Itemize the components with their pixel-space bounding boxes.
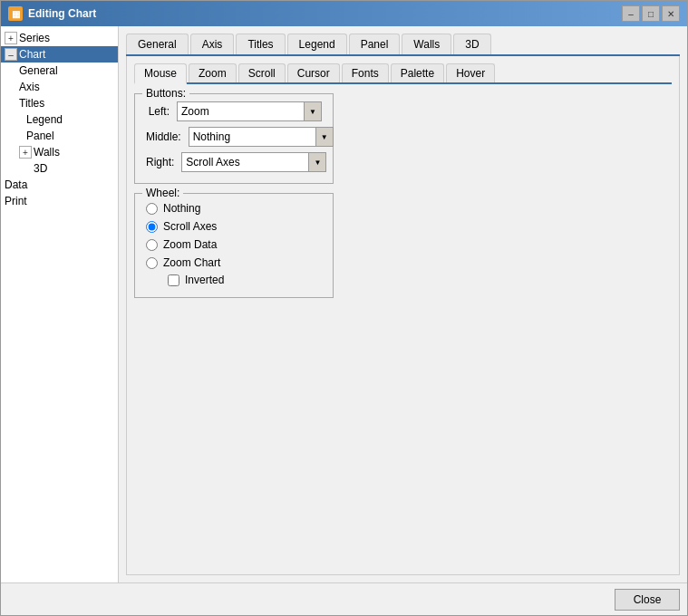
main-tab-content: Mouse Zoom Scroll Cursor Fonts Palette H… [126, 56, 680, 575]
tree-item-3d[interactable]: 3D [1, 160, 118, 177]
content-panel: General Axis Titles Legend Panel Walls 3… [119, 26, 687, 582]
radio-nothing-row: Nothing [146, 201, 322, 216]
middle-label: Middle: [146, 130, 181, 143]
radio-zoom-chart[interactable] [146, 257, 158, 269]
tree-item-chart[interactable]: – Chart [1, 46, 118, 63]
sub-tab-scroll[interactable]: Scroll [238, 63, 286, 82]
radio-scroll-axes-label[interactable]: Scroll Axes [163, 220, 217, 233]
tree-label-panel: Panel [26, 130, 54, 142]
tree-item-walls[interactable]: + Walls [1, 144, 118, 160]
radio-nothing-label[interactable]: Nothing [163, 202, 200, 215]
tab-legend[interactable]: Legend [287, 34, 347, 54]
sub-tab-fonts[interactable]: Fonts [342, 63, 389, 82]
tree-label-print: Print [5, 195, 27, 207]
tree-item-print[interactable]: Print [1, 193, 118, 209]
left-select[interactable]: Zoom Nothing Scroll Axes Zoom Data Zoom … [177, 101, 322, 121]
tree-label-series: Series [19, 32, 50, 44]
main-window: ▦ Editing Chart – □ ✕ + Series – Chart G… [0, 0, 688, 616]
close-window-button[interactable]: ✕ [662, 5, 680, 22]
sub-tab-palette[interactable]: Palette [391, 63, 444, 82]
bottom-bar: Close [1, 582, 687, 615]
mouse-tab-content: Buttons: Left: Zoom Nothing Scroll Axes … [134, 93, 672, 298]
tree-label-titles: Titles [19, 97, 44, 110]
tree-label-data: Data [5, 178, 27, 191]
middle-field-row: Middle: Nothing Zoom Scroll Axes Zoom Da… [146, 127, 322, 147]
sub-tab-zoom[interactable]: Zoom [189, 63, 237, 82]
window-title: Editing Chart [28, 7, 622, 20]
main-tab-bar: General Axis Titles Legend Panel Walls 3… [126, 34, 680, 56]
inverted-checkbox[interactable] [168, 274, 179, 286]
tree-label-chart: Chart [19, 48, 45, 61]
tab-general[interactable]: General [126, 34, 189, 54]
right-select[interactable]: Scroll Axes Nothing Zoom Zoom Data Zoom … [181, 152, 326, 172]
radio-zoom-data[interactable] [146, 239, 158, 251]
sub-tab-hover[interactable]: Hover [446, 63, 495, 82]
sub-tab-cursor[interactable]: Cursor [287, 63, 340, 82]
right-field-row: Right: Scroll Axes Nothing Zoom Zoom Dat… [146, 152, 322, 172]
tree-item-data[interactable]: Data [1, 177, 118, 193]
window-icon: ▦ [8, 6, 23, 21]
sub-tab-mouse[interactable]: Mouse [134, 63, 187, 84]
tab-walls[interactable]: Walls [402, 34, 451, 54]
right-select-wrapper: Scroll Axes Nothing Zoom Zoom Data Zoom … [181, 152, 326, 172]
tree-toggle-chart[interactable]: – [5, 48, 17, 61]
tree-toggle-walls[interactable]: + [19, 146, 32, 159]
minimize-button[interactable]: – [622, 5, 640, 22]
tree-item-general[interactable]: General [1, 63, 118, 79]
close-button[interactable]: Close [615, 589, 680, 611]
title-bar-buttons: – □ ✕ [622, 5, 680, 22]
tree-item-legend[interactable]: Legend [1, 111, 118, 128]
tab-3d[interactable]: 3D [453, 34, 490, 54]
right-label: Right: [146, 156, 174, 168]
buttons-group-label: Buttons: [142, 87, 189, 100]
wheel-group: Wheel: Nothing Scroll Axes Zoom Data [134, 193, 334, 298]
tree-label-legend: Legend [26, 113, 63, 126]
tree-item-series[interactable]: + Series [1, 30, 118, 46]
tree-item-axis[interactable]: Axis [1, 79, 118, 95]
tab-panel[interactable]: Panel [349, 34, 401, 54]
inverted-row: Inverted [146, 274, 322, 286]
middle-select-wrapper: Nothing Zoom Scroll Axes Zoom Data Zoom … [189, 127, 334, 147]
radio-nothing[interactable] [146, 203, 158, 215]
radio-scroll-axes[interactable] [146, 221, 158, 233]
tree-toggle-series[interactable]: + [5, 32, 17, 44]
wheel-group-label: Wheel: [142, 187, 183, 199]
radio-zoom-data-row: Zoom Data [146, 237, 322, 252]
radio-zoom-chart-label[interactable]: Zoom Chart [163, 256, 220, 269]
left-label: Left: [146, 105, 170, 118]
left-field-row: Left: Zoom Nothing Scroll Axes Zoom Data… [146, 101, 322, 121]
title-bar: ▦ Editing Chart – □ ✕ [1, 1, 687, 26]
left-select-wrapper: Zoom Nothing Scroll Axes Zoom Data Zoom … [177, 101, 322, 121]
tree-item-titles[interactable]: Titles [1, 95, 118, 111]
tree-label-3d: 3D [34, 162, 47, 175]
tab-titles[interactable]: Titles [236, 34, 285, 54]
radio-zoom-chart-row: Zoom Chart [146, 255, 322, 270]
middle-select[interactable]: Nothing Zoom Scroll Axes Zoom Data Zoom … [189, 127, 334, 147]
tab-axis[interactable]: Axis [190, 34, 235, 54]
tree-label-general: General [19, 64, 58, 77]
sub-tab-bar: Mouse Zoom Scroll Cursor Fonts Palette H… [134, 63, 672, 84]
tree-item-panel[interactable]: Panel [1, 128, 118, 144]
tree-label-axis: Axis [19, 81, 40, 93]
buttons-group: Buttons: Left: Zoom Nothing Scroll Axes … [134, 93, 334, 184]
radio-scroll-axes-row: Scroll Axes [146, 219, 322, 234]
tree-panel: + Series – Chart General Axis Titles Le [1, 26, 119, 582]
maximize-button[interactable]: □ [642, 5, 660, 22]
inverted-label[interactable]: Inverted [185, 274, 224, 286]
tree-label-walls: Walls [34, 146, 60, 159]
window-body: + Series – Chart General Axis Titles Le [1, 26, 687, 582]
radio-zoom-data-label[interactable]: Zoom Data [163, 238, 217, 251]
